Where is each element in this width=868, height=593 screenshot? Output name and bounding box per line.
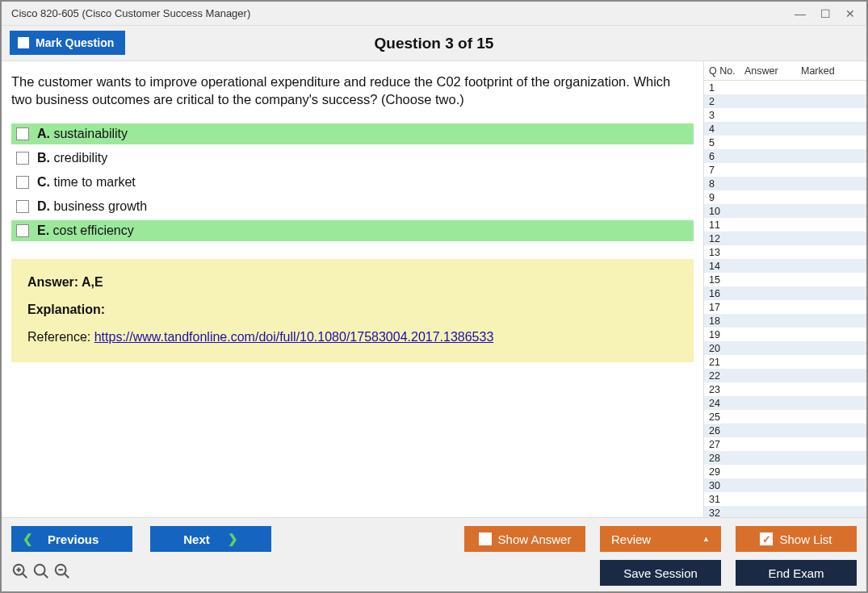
list-item[interactable]: 21	[704, 355, 866, 369]
list-item[interactable]: 14	[704, 259, 866, 273]
explanation-label: Explanation:	[27, 303, 677, 317]
checkbox-icon[interactable]	[16, 200, 29, 213]
col-answer-header: Answer	[744, 65, 801, 77]
list-item-number: 24	[709, 398, 744, 409]
list-item-number: 16	[709, 288, 744, 299]
list-item[interactable]: 32	[704, 506, 866, 517]
option-row[interactable]: A. sustainability	[11, 123, 694, 144]
list-item[interactable]: 4	[704, 122, 866, 136]
list-item-number: 26	[709, 425, 744, 436]
list-item-number: 23	[709, 384, 744, 395]
list-item[interactable]: 18	[704, 314, 866, 328]
list-item[interactable]: 28	[704, 451, 866, 465]
list-item[interactable]: 3	[704, 108, 866, 122]
list-item-number: 1	[709, 82, 744, 94]
end-exam-label: End Exam	[768, 566, 824, 580]
options-list: A. sustainabilityB. credibilityC. time t…	[11, 123, 694, 241]
list-item[interactable]: 12	[704, 232, 866, 245]
previous-button[interactable]: ❮ Previous	[11, 526, 132, 552]
bottom-bar: ❮ Previous Next ❯ Show Answer Review ▲ ✓…	[2, 517, 866, 591]
svg-line-1	[23, 573, 27, 578]
list-item[interactable]: 23	[704, 382, 866, 396]
list-item-number: 5	[709, 137, 744, 148]
list-item[interactable]: 19	[704, 328, 866, 341]
end-exam-button[interactable]: End Exam	[736, 560, 857, 586]
question-counter: Question 3 of 15	[2, 35, 866, 52]
list-item[interactable]: 6	[704, 149, 866, 163]
show-answer-button[interactable]: Show Answer	[464, 526, 585, 552]
mark-question-button[interactable]: Mark Question	[10, 31, 125, 55]
list-item[interactable]: 1	[704, 81, 866, 94]
list-item[interactable]: 20	[704, 341, 866, 355]
list-item[interactable]: 31	[704, 492, 866, 506]
list-item[interactable]: 5	[704, 136, 866, 149]
checkbox-icon[interactable]	[16, 152, 29, 165]
list-item[interactable]: 15	[704, 273, 866, 286]
list-item-number: 8	[709, 178, 744, 190]
zoom-reset-icon[interactable]	[11, 562, 29, 584]
option-label: D. business growth	[37, 199, 147, 214]
list-item-number: 27	[709, 439, 744, 450]
window-title: Cisco 820-605 (Cisco Customer Success Ma…	[8, 7, 250, 19]
col-marked-header: Marked	[801, 65, 866, 77]
show-list-label: Show List	[779, 532, 832, 546]
review-button[interactable]: Review ▲	[600, 526, 721, 552]
list-item[interactable]: 26	[704, 424, 866, 437]
previous-label: Previous	[48, 532, 99, 546]
list-item[interactable]: 11	[704, 218, 866, 232]
list-item[interactable]: 27	[704, 437, 866, 451]
checkbox-icon	[479, 532, 492, 545]
list-item[interactable]: 10	[704, 204, 866, 218]
list-item-number: 30	[709, 480, 744, 491]
list-item[interactable]: 29	[704, 465, 866, 478]
side-header: Q No. Answer Marked	[704, 61, 866, 81]
list-item[interactable]: 7	[704, 163, 866, 177]
option-row[interactable]: E. cost efficiency	[11, 220, 694, 241]
option-row[interactable]: B. credibility	[11, 148, 694, 169]
button-row-2: Save Session End Exam	[11, 560, 857, 586]
list-item[interactable]: 13	[704, 245, 866, 259]
show-list-button[interactable]: ✓ Show List	[736, 526, 857, 552]
list-item-number: 12	[709, 233, 744, 244]
question-list[interactable]: 1234567891011121314151617181920212223242…	[704, 81, 866, 517]
next-button[interactable]: Next ❯	[150, 526, 271, 552]
list-item-number: 17	[709, 302, 744, 313]
list-item[interactable]: 17	[704, 300, 866, 314]
list-item-number: 10	[709, 206, 744, 217]
checkbox-icon[interactable]	[16, 224, 29, 237]
option-label: E. cost efficiency	[37, 223, 134, 238]
next-label: Next	[183, 532, 210, 546]
list-item-number: 20	[709, 343, 744, 354]
close-icon[interactable]: ✕	[845, 7, 855, 20]
list-item-number: 29	[709, 466, 744, 478]
checkbox-icon[interactable]	[16, 127, 29, 140]
list-item[interactable]: 22	[704, 369, 866, 382]
main-area: The customer wants to improve operationa…	[2, 61, 703, 517]
list-item[interactable]: 24	[704, 396, 866, 410]
list-item-number: 11	[709, 219, 744, 231]
checkbox-checked-icon: ✓	[760, 532, 773, 545]
maximize-icon[interactable]: ☐	[820, 7, 831, 20]
option-row[interactable]: D. business growth	[11, 196, 694, 217]
body: The customer wants to improve operationa…	[2, 61, 866, 517]
list-item-number: 4	[709, 123, 744, 135]
list-item[interactable]: 30	[704, 478, 866, 492]
list-item-number: 19	[709, 329, 744, 340]
option-row[interactable]: C. time to market	[11, 172, 694, 193]
minimize-icon[interactable]: —	[795, 7, 806, 20]
list-item[interactable]: 2	[704, 94, 866, 108]
zoom-out-icon[interactable]	[53, 562, 71, 584]
mark-question-label: Mark Question	[36, 36, 114, 49]
question-text: The customer wants to improve operationa…	[11, 73, 694, 109]
list-item[interactable]: 8	[704, 177, 866, 190]
list-item[interactable]: 16	[704, 286, 866, 300]
checkbox-icon[interactable]	[16, 176, 29, 189]
zoom-in-icon[interactable]	[32, 562, 50, 584]
reference-link[interactable]: https://www.tandfonline.com/doi/full/10.…	[94, 330, 494, 344]
list-item[interactable]: 25	[704, 410, 866, 424]
list-item-number: 31	[709, 494, 744, 505]
save-session-button[interactable]: Save Session	[600, 560, 721, 586]
list-item[interactable]: 9	[704, 190, 866, 204]
list-item-number: 21	[709, 357, 744, 368]
zoom-controls	[11, 562, 71, 584]
